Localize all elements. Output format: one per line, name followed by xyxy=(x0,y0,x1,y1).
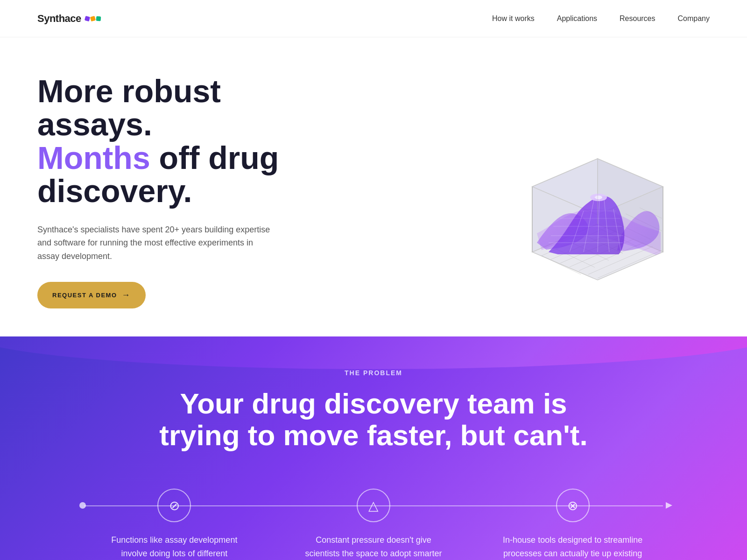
nav-item-company[interactable]: Company xyxy=(678,14,710,23)
nav-item-applications[interactable]: Applications xyxy=(557,14,597,23)
no-sign-icon: ⊘ xyxy=(169,498,180,513)
timeline-items: ⊘ Functions like assay development invol… xyxy=(37,489,710,560)
problem-title: Your drug discovery team is trying to mo… xyxy=(37,388,710,451)
timeline-icon-wrap-1: ⊘ xyxy=(157,489,191,522)
logo-text: Synthace xyxy=(37,13,81,25)
warning-icon: △ xyxy=(368,498,379,513)
logo-icon xyxy=(85,16,101,21)
logo[interactable]: Synthace xyxy=(37,13,101,25)
request-demo-button[interactable]: REQUEST A DEMO → xyxy=(37,282,146,308)
nav-item-how-it-works[interactable]: How it works xyxy=(492,14,535,23)
hero-section: More robust assays. Months off drug disc… xyxy=(0,37,747,336)
nav-menu: How it works Applications Resources Comp… xyxy=(492,14,710,23)
problem-timeline: ⊘ Functions like assay development invol… xyxy=(37,489,710,560)
timeline-desc-1: Functions like assay development involve… xyxy=(104,533,244,560)
timeline-item-2: △ Constant pressure doesn't give scienti… xyxy=(274,489,473,560)
x-circle-icon: ⊗ xyxy=(567,498,578,513)
problem-section: THE PROBLEM Your drug discovery team is … xyxy=(0,336,747,560)
svg-point-21 xyxy=(595,196,602,199)
timeline-end-arrow xyxy=(666,502,672,509)
timeline-desc-2: Constant pressure doesn't give scientist… xyxy=(303,533,444,560)
timeline-item-3: ⊗ In-house tools designed to streamline … xyxy=(473,489,672,560)
timeline-icon-wrap-3: ⊗ xyxy=(556,489,590,522)
problem-bg: THE PROBLEM Your drug discovery team is … xyxy=(0,336,747,560)
problem-label: THE PROBLEM xyxy=(37,369,710,377)
timeline-item-1: ⊘ Functions like assay development invol… xyxy=(75,489,274,560)
hero-subtitle: Synthace's specialists have spent 20+ ye… xyxy=(37,223,271,263)
3d-chart-svg xyxy=(486,98,710,285)
timeline-desc-3: In-house tools designed to streamline pr… xyxy=(503,533,643,560)
cta-arrow-icon: → xyxy=(122,290,131,300)
hero-content: More robust assays. Months off drug disc… xyxy=(37,75,327,308)
timeline-icon-wrap-2: △ xyxy=(357,489,390,522)
hero-visualization xyxy=(486,98,710,285)
navbar: Synthace How it works Applications Resou… xyxy=(0,0,747,37)
hero-title: More robust assays. Months off drug disc… xyxy=(37,75,327,208)
nav-item-resources[interactable]: Resources xyxy=(620,14,655,23)
